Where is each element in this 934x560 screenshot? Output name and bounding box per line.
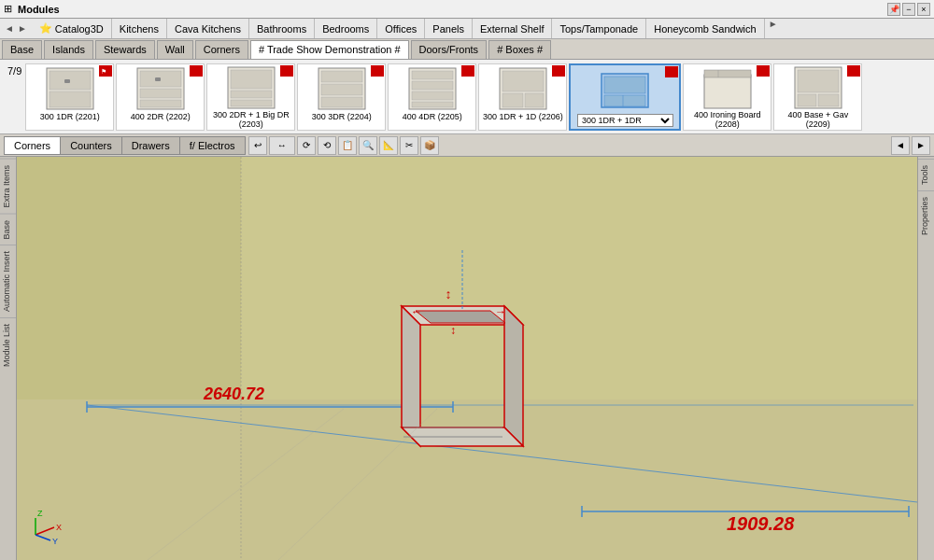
item-flag-2204 xyxy=(371,65,384,77)
nav-forward-arrow[interactable]: ► xyxy=(16,23,29,34)
minimize-button[interactable]: − xyxy=(902,3,915,16)
sidebar-extra-items[interactable]: Extra Items xyxy=(0,159,16,214)
cut-tool[interactable]: ✂ xyxy=(400,136,418,155)
tab-bathrooms[interactable]: Bathrooms xyxy=(249,19,315,38)
cat-tab-trade-show[interactable]: # Trade Show Demonstration # xyxy=(250,40,409,59)
viewport-forward-arrow[interactable]: ► xyxy=(912,136,930,155)
box-tool[interactable]: 📦 xyxy=(420,136,439,155)
svg-marker-63 xyxy=(402,306,420,446)
item-flag-2201: ⚑ xyxy=(99,65,112,77)
item-label-2209: 400 Base + Gav (2209) xyxy=(775,110,860,131)
sidebar-module-list[interactable]: Module List xyxy=(0,317,16,372)
tab-honeycomb-label: Honeycomb Sandwich xyxy=(654,23,756,35)
item-card-2206[interactable]: 300 1DR + 1D (2206) xyxy=(478,63,567,131)
cat-tab-islands[interactable]: Islands xyxy=(44,40,93,59)
measure-tool[interactable]: 📐 xyxy=(379,136,398,155)
pin-button[interactable]: 📌 xyxy=(887,3,900,16)
tab-bedrooms-label: Bedrooms xyxy=(322,23,369,35)
svg-rect-20 xyxy=(321,84,362,95)
item-card-selected[interactable]: 300 1DR + 1DR 300 1DR + 1DR v2 xyxy=(569,63,681,131)
tab-tops-tamponade[interactable]: Tops/Tamponade xyxy=(552,19,646,38)
sub-tab-corners[interactable]: Corners xyxy=(4,136,61,155)
tab-honeycomb[interactable]: Honeycomb Sandwich xyxy=(646,19,764,38)
viewport-back-arrow[interactable]: ◄ xyxy=(891,136,910,155)
item-flag-2205 xyxy=(461,65,474,77)
category-tabs: Base Islands Stewards Wall Corners # Tra… xyxy=(0,39,934,60)
svg-rect-22 xyxy=(462,66,474,76)
item-card-2208[interactable]: 400 Ironing Board (2208) xyxy=(683,63,771,131)
item-flag-2208 xyxy=(757,65,770,77)
sidebar-automatic-insert[interactable]: Automatic Insert xyxy=(0,245,16,317)
svg-rect-4 xyxy=(50,91,91,107)
cat-tab-doors-fronts[interactable]: Doors/Fronts xyxy=(411,40,488,59)
close-button[interactable]: × xyxy=(917,3,930,16)
search-tool[interactable]: 🔍 xyxy=(359,136,377,155)
tab-cava-kitchens-label: Cava Kitchens xyxy=(175,23,241,35)
refresh-tool[interactable]: ⟳ xyxy=(297,136,316,155)
item-card-2209[interactable]: 400 Base + Gav (2209) xyxy=(773,63,862,131)
copy-tool[interactable]: 📋 xyxy=(338,136,357,155)
sidebar-tools[interactable]: Tools xyxy=(918,159,934,190)
svg-rect-6 xyxy=(191,66,202,76)
item-card-2205[interactable]: 400 4DR (2205) xyxy=(388,63,476,131)
item-flag-2206 xyxy=(552,65,565,77)
svg-rect-15 xyxy=(231,91,272,98)
item-card-2202[interactable]: 400 2DR (2202) xyxy=(116,63,205,131)
item-card-2203[interactable]: 300 2DR + 1 Big DR (2203) xyxy=(206,63,295,131)
sidebar-base[interactable]: Base xyxy=(0,214,16,245)
tab-cava-kitchens[interactable]: Cava Kitchens xyxy=(167,19,249,38)
item-strip: 7/9 ⚑ 300 1DR (2201) xyxy=(0,60,934,134)
svg-rect-36 xyxy=(604,95,645,106)
tab-catalog3d[interactable]: ⭐ Catalog3D xyxy=(32,19,112,38)
tab-kitchens[interactable]: Kitchens xyxy=(112,19,167,38)
svg-text:X: X xyxy=(56,523,62,532)
item-flag-2203 xyxy=(280,65,293,77)
sub-tab-counters[interactable]: Counters xyxy=(60,136,122,155)
svg-text:→: → xyxy=(495,305,506,318)
sidebar-properties[interactable]: Properties xyxy=(918,190,934,241)
svg-text:↕: ↕ xyxy=(450,324,456,337)
cat-tab-base[interactable]: Base xyxy=(2,40,42,59)
item-thumb-2208 xyxy=(697,65,757,110)
svg-text:Y: Y xyxy=(52,537,58,546)
svg-rect-5 xyxy=(64,79,70,83)
tab-external-shelf[interactable]: External Shelf xyxy=(473,19,552,38)
item-count: 7/9 xyxy=(4,63,25,78)
sub-tab-drawers[interactable]: Drawers xyxy=(121,136,180,155)
sub-tab-counters-label: Counters xyxy=(70,140,112,151)
nav-back-arrow[interactable]: ◄ xyxy=(3,23,16,34)
sub-tab-electros[interactable]: f/ Electros xyxy=(179,136,246,155)
item-thumb-2209 xyxy=(787,65,848,110)
item-thumb-2203 xyxy=(220,65,281,110)
svg-rect-44 xyxy=(798,70,839,92)
more-tabs-arrow[interactable]: ► xyxy=(765,19,782,38)
tab-offices[interactable]: Offices xyxy=(377,19,425,38)
tab-panels[interactable]: Panels xyxy=(425,19,473,38)
item-dropdown-select[interactable]: 300 1DR + 1DR 300 1DR + 1DR v2 xyxy=(577,114,673,127)
svg-rect-14 xyxy=(231,70,272,89)
undo-tool[interactable]: ↩ xyxy=(248,136,267,155)
item-card-2204[interactable]: 300 3DR (2204) xyxy=(297,63,386,131)
item-thumb-2204 xyxy=(311,65,372,112)
svg-rect-31 xyxy=(502,93,523,107)
svg-text:Z: Z xyxy=(37,509,43,518)
svg-rect-33 xyxy=(666,67,677,77)
tab-kitchens-label: Kitchens xyxy=(120,23,159,35)
item-thumb-2201 xyxy=(39,65,100,112)
item-card-2201[interactable]: ⚑ 300 1DR (2201) xyxy=(25,63,114,131)
cat-tab-boxes[interactable]: # Boxes # xyxy=(488,40,551,59)
rotate-tool[interactable]: ⟲ xyxy=(318,136,336,155)
svg-rect-38 xyxy=(757,66,769,76)
sub-tab-corners-label: Corners xyxy=(14,140,50,151)
item-label-2203: 300 2DR + 1 Big DR (2203) xyxy=(208,110,293,131)
cat-tab-stewards[interactable]: Stewards xyxy=(95,40,155,59)
item-label-2206: 300 1DR + 1D (2206) xyxy=(483,112,563,122)
svg-text:2640.72: 2640.72 xyxy=(203,385,264,403)
item-label-2201: 300 1DR (2201) xyxy=(40,112,100,122)
right-sidebar: Tools Properties xyxy=(917,157,934,560)
cat-tab-wall[interactable]: Wall xyxy=(157,40,193,59)
arrow-tool[interactable]: ↔ xyxy=(269,136,295,155)
item-thumb-2205 xyxy=(402,65,462,112)
tab-bedrooms[interactable]: Bedrooms xyxy=(315,19,377,38)
cat-tab-corners[interactable]: Corners xyxy=(195,40,248,59)
